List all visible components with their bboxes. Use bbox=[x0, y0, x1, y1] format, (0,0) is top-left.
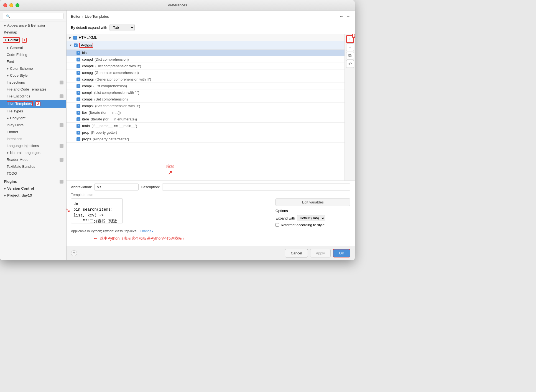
sidebar-item-file-types[interactable]: File Types bbox=[0, 108, 66, 115]
checkbox-compgi[interactable]: ✓ bbox=[76, 78, 80, 81]
sidebar-label-keymap: Keymap bbox=[4, 30, 17, 34]
templates-list: ▶ ✓ HTML/XML ▼ ✓ Python ✓ bis bbox=[67, 34, 345, 180]
sidebar-item-editor[interactable]: ▼ Editor 1 bbox=[0, 36, 66, 44]
sidebar-item-textmate[interactable]: TextMate Bundles bbox=[0, 163, 66, 170]
checkbox-main[interactable]: ✓ bbox=[76, 124, 80, 128]
checkbox-compl[interactable]: ✓ bbox=[76, 84, 80, 88]
sidebar-item-project[interactable]: ▶ Project: day13 bbox=[0, 192, 66, 199]
checkbox-props[interactable]: ✓ bbox=[76, 137, 80, 141]
sidebar-item-copyright[interactable]: ▶ Copyright bbox=[0, 115, 66, 122]
sidebar-item-reader-mode[interactable]: Reader Mode bbox=[0, 156, 66, 163]
template-item-compg[interactable]: ✓ compg (Generator comprehension) bbox=[67, 69, 344, 76]
checkbox-compd[interactable]: ✓ bbox=[76, 58, 80, 61]
remove-template-button[interactable]: − bbox=[346, 43, 354, 51]
checkbox-html-xml[interactable]: ✓ bbox=[73, 36, 77, 40]
abbreviation-input[interactable] bbox=[94, 184, 139, 190]
templates-area: ▶ ✓ HTML/XML ▼ ✓ Python ✓ bis bbox=[67, 34, 355, 180]
edit-variables-button[interactable]: Edit variables bbox=[275, 198, 350, 206]
sidebar-label-todo: TODO bbox=[7, 171, 17, 176]
sidebar-item-intentions[interactable]: Intentions bbox=[0, 135, 66, 142]
sidebar-item-plugins[interactable]: Plugins bbox=[0, 178, 66, 185]
apply-button[interactable]: Apply bbox=[310, 249, 331, 257]
template-abbr-compg: compg bbox=[82, 71, 93, 75]
cancel-button[interactable]: Cancel bbox=[285, 249, 308, 257]
template-item-compgi[interactable]: ✓ compgi (Generator comprehension with '… bbox=[67, 76, 344, 83]
checkbox-comps[interactable]: ✓ bbox=[76, 97, 80, 101]
template-abbr-itere: itere bbox=[82, 117, 89, 121]
template-item-compdi[interactable]: ✓ compdi (Dict comprehension with 'if') bbox=[67, 63, 344, 69]
chevron-down-python-icon: ▼ bbox=[69, 44, 72, 47]
checkbox-compdi[interactable]: ✓ bbox=[76, 64, 80, 68]
sidebar-item-todo[interactable]: TODO bbox=[0, 170, 66, 177]
chevron-right-icon-7: ▶ bbox=[4, 187, 6, 190]
template-item-compl[interactable]: ✓ compl (List comprehension) bbox=[67, 83, 344, 89]
window-controls[interactable] bbox=[3, 3, 19, 7]
template-item-prop[interactable]: ✓ prop (Property getter) bbox=[67, 129, 344, 136]
sidebar-item-file-encodings[interactable]: File Encodings bbox=[0, 93, 66, 100]
template-item-itere[interactable]: ✓ itere (Iterate (for ... in enumerate)) bbox=[67, 116, 344, 123]
close-button[interactable] bbox=[3, 3, 7, 7]
template-item-compli[interactable]: ✓ compli (List comprehension with 'if') bbox=[67, 89, 344, 96]
change-link[interactable]: Change ▾ bbox=[140, 229, 153, 233]
checkbox-bis[interactable]: ✓ bbox=[76, 51, 80, 55]
sidebar-item-natural-languages[interactable]: ▶ Natural Languages bbox=[0, 149, 66, 156]
help-button[interactable]: ? bbox=[71, 250, 77, 256]
file-encodings-badge bbox=[60, 94, 63, 98]
sidebar-item-inspections[interactable]: Inspections bbox=[0, 79, 66, 86]
maximize-button[interactable] bbox=[16, 3, 19, 7]
reformat-checkbox[interactable] bbox=[275, 223, 279, 227]
template-abbr-iter: iter bbox=[82, 110, 87, 115]
template-desc-compli: (List comprehension with 'if') bbox=[94, 91, 139, 95]
sidebar-item-font[interactable]: Font bbox=[0, 58, 66, 65]
forward-arrow-icon[interactable]: → bbox=[346, 14, 350, 19]
chevron-right-icon-4: ▶ bbox=[7, 74, 9, 77]
sidebar-item-language-injections[interactable]: Language Injections bbox=[0, 142, 66, 149]
template-item-main[interactable]: ✓ main (if __name__ == '__main__') bbox=[67, 123, 344, 129]
checkbox-compg[interactable]: ✓ bbox=[76, 71, 80, 75]
sidebar-item-file-code-templates[interactable]: File and Code Templates bbox=[0, 86, 66, 93]
back-arrow-icon[interactable]: ← bbox=[339, 14, 344, 19]
checkbox-compsi[interactable]: ✓ bbox=[76, 104, 80, 108]
nav-arrows[interactable]: ← → bbox=[339, 14, 350, 19]
minimize-button[interactable] bbox=[9, 3, 13, 7]
template-item-comps[interactable]: ✓ comps (Set comprehension) bbox=[67, 96, 344, 103]
sidebar-item-live-templates[interactable]: Live Templates 2 bbox=[0, 100, 66, 108]
sidebar-item-general[interactable]: ▶ General bbox=[0, 44, 66, 51]
sidebar-item-emmet[interactable]: Emmet bbox=[0, 128, 66, 135]
template-item-iter[interactable]: ✓ iter (Iterate (for ... in ...)) bbox=[67, 109, 344, 116]
revert-template-button[interactable]: ↶ bbox=[346, 60, 354, 68]
sidebar-label-emmet: Emmet bbox=[7, 130, 18, 134]
template-item-bis[interactable]: ✓ bis bbox=[67, 50, 344, 56]
sidebar-item-version-control[interactable]: ▶ Version Control bbox=[0, 185, 66, 192]
sidebar-item-code-editing[interactable]: Code Editing bbox=[0, 51, 66, 58]
checkbox-python[interactable]: ✓ bbox=[74, 43, 78, 47]
description-input[interactable] bbox=[162, 184, 350, 190]
chevron-right-icon-5: ▶ bbox=[7, 117, 9, 120]
sidebar-item-code-style[interactable]: ▶ Code Style bbox=[0, 72, 66, 79]
sidebar-item-color-scheme[interactable]: ▶ Color Scheme bbox=[0, 65, 66, 72]
sidebar-label-plugins: Plugins bbox=[4, 179, 17, 184]
template-item-compsi[interactable]: ✓ compsi (Set comprehension with 'if') bbox=[67, 103, 344, 109]
template-abbr-compli: compli bbox=[82, 91, 93, 95]
search-input[interactable] bbox=[3, 13, 63, 19]
template-group-python[interactable]: ▼ ✓ Python bbox=[67, 41, 344, 50]
search-bar[interactable]: 🔍 bbox=[0, 11, 66, 22]
template-item-props[interactable]: ✓ props (Property getter/setter) bbox=[67, 136, 344, 143]
checkbox-prop[interactable]: ✓ bbox=[76, 131, 80, 135]
sidebar-item-appearance[interactable]: ▶ Appearance & Behavior bbox=[0, 22, 66, 29]
sidebar-label-copyright: Copyright bbox=[10, 116, 25, 120]
bottom-right: Cancel Apply OK bbox=[285, 249, 350, 257]
sidebar-item-inlay-hints[interactable]: Inlay Hints bbox=[0, 122, 66, 128]
expand-with-options-select[interactable]: Default (Tab) Tab Enter bbox=[297, 215, 325, 221]
reformat-label: Reformat according to style bbox=[281, 223, 325, 227]
sidebar-item-keymap[interactable]: Keymap bbox=[0, 29, 66, 36]
template-textarea[interactable]: def bin_search(items: list, key) -> """二… bbox=[71, 198, 123, 223]
ok-button[interactable]: OK bbox=[333, 249, 350, 257]
template-item-compd[interactable]: ✓ compd (Dict comprehension) bbox=[67, 56, 344, 63]
checkbox-iter[interactable]: ✓ bbox=[76, 111, 80, 115]
copy-template-button[interactable]: ⧉ bbox=[346, 52, 354, 60]
checkbox-compli[interactable]: ✓ bbox=[76, 91, 80, 95]
checkbox-itere[interactable]: ✓ bbox=[76, 117, 80, 121]
template-group-html-xml[interactable]: ▶ ✓ HTML/XML bbox=[67, 34, 344, 41]
expand-with-select[interactable]: Tab Enter Space bbox=[109, 24, 135, 31]
